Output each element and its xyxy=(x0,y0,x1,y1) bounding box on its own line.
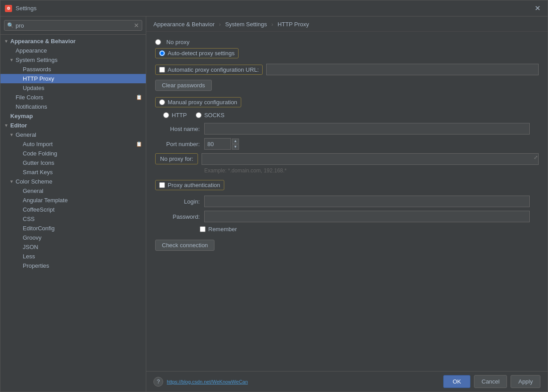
manual-proxy-label: Manual proxy configuration xyxy=(168,99,237,106)
no-proxy-row: No proxy xyxy=(155,39,539,45)
sidebar-item-system-settings[interactable]: ▼ System Settings xyxy=(0,55,146,65)
search-clear-icon[interactable]: ✕ xyxy=(134,22,139,29)
proxy-auth-option[interactable]: Proxy authentication xyxy=(155,180,224,190)
manual-proxy-radio[interactable] xyxy=(159,99,165,105)
bottom-url[interactable]: https://blog.csdn.net/WeKnowWeCan xyxy=(167,379,248,384)
search-icon: 🔍 xyxy=(7,22,14,29)
port-wrap: ▲ ▼ xyxy=(204,138,239,150)
search-input[interactable] xyxy=(16,22,134,29)
sidebar-item-cs-general[interactable]: General xyxy=(0,186,146,196)
socks-radio[interactable] xyxy=(196,112,202,118)
proxy-auth-checkbox[interactable] xyxy=(159,182,165,188)
remember-label[interactable]: Remember xyxy=(208,226,237,233)
breadcrumb: Appearance & Behavior › System Settings … xyxy=(146,16,548,32)
http-option[interactable]: HTTP xyxy=(163,112,187,118)
breadcrumb-sep1: › xyxy=(219,21,221,28)
bottom-bar: ? https://blog.csdn.net/WeKnowWeCan OK C… xyxy=(146,371,548,392)
no-proxy-for-button[interactable]: No proxy for: xyxy=(155,153,198,164)
auto-detect-label: Auto-detect proxy settings xyxy=(168,50,235,57)
expand-icon[interactable]: ⤢ xyxy=(534,155,538,160)
host-name-input[interactable] xyxy=(204,123,530,135)
sidebar-item-keymap[interactable]: Keymap xyxy=(0,111,146,121)
auto-detect-row: Auto-detect proxy settings xyxy=(155,48,539,58)
http-radio[interactable] xyxy=(163,112,169,118)
port-input[interactable] xyxy=(204,138,231,150)
port-label: Port number: xyxy=(155,141,200,147)
sidebar-item-auto-import[interactable]: Auto Import 📋 xyxy=(0,139,146,149)
sidebar: 🔍 ✕ ▼ Appearance & Behavior Appearance ▼ xyxy=(0,16,146,392)
sidebar-item-angular-template[interactable]: Angular Template xyxy=(0,196,146,205)
auto-config-checkbox[interactable] xyxy=(159,67,165,73)
password-input[interactable] xyxy=(204,211,530,222)
auto-config-url-row: Automatic proxy configuration URL: xyxy=(155,64,539,75)
bottom-right: OK Cancel Apply xyxy=(443,375,540,388)
sidebar-item-general[interactable]: ▼ General xyxy=(0,130,146,139)
sidebar-item-http-proxy[interactable]: HTTP Proxy xyxy=(0,74,146,83)
port-increment-button[interactable]: ▲ xyxy=(232,139,239,144)
remember-row: Remember xyxy=(155,226,539,233)
no-proxy-for-row: No proxy for: ⤢ xyxy=(155,153,539,165)
manual-proxy-option[interactable]: Manual proxy configuration xyxy=(155,97,241,107)
badge-icon: 📋 xyxy=(136,141,142,147)
no-proxy-label: No proxy xyxy=(166,39,190,45)
manual-proxy-config-row: Manual proxy configuration xyxy=(155,97,539,107)
help-button[interactable]: ? xyxy=(153,377,163,387)
socks-option[interactable]: SOCKS xyxy=(196,112,225,118)
sidebar-item-notifications[interactable]: Notifications xyxy=(0,102,146,111)
sidebar-item-appearance[interactable]: Appearance xyxy=(0,46,146,55)
sidebar-item-editorconfig[interactable]: EditorConfig xyxy=(0,224,146,233)
host-name-row: Host name: xyxy=(155,123,539,135)
sidebar-item-properties[interactable]: Properties xyxy=(0,261,146,270)
login-label: Login: xyxy=(155,198,200,205)
port-number-row: Port number: ▲ ▼ xyxy=(155,138,539,150)
sidebar-item-coffeescript[interactable]: CoffeeScript xyxy=(0,205,146,214)
auto-config-url-input[interactable] xyxy=(266,64,539,75)
socks-label: SOCKS xyxy=(204,112,225,118)
sidebar-item-groovy[interactable]: Groovy xyxy=(0,233,146,242)
expand-arrow-icon: ▼ xyxy=(4,39,10,44)
sidebar-item-less[interactable]: Less xyxy=(0,252,146,261)
check-connection-button[interactable]: Check connection xyxy=(155,240,214,251)
main-content: 🔍 ✕ ▼ Appearance & Behavior Appearance ▼ xyxy=(0,16,548,392)
sidebar-item-updates[interactable]: Updates xyxy=(0,83,146,93)
settings-content: No proxy Auto-detect proxy settings Auto… xyxy=(146,32,548,371)
auto-config-label-wrap[interactable]: Automatic proxy configuration URL: xyxy=(155,65,263,75)
port-decrement-button[interactable]: ▼ xyxy=(232,144,239,150)
auto-detect-option[interactable]: Auto-detect proxy settings xyxy=(155,48,239,58)
settings-window: ⚙ Settings ✕ 🔍 ✕ ▼ Appearance & Behavior xyxy=(0,0,548,392)
no-proxy-radio[interactable] xyxy=(155,39,161,45)
breadcrumb-sep2: › xyxy=(271,21,273,28)
sidebar-item-css[interactable]: CSS xyxy=(0,214,146,224)
sidebar-item-gutter-icons[interactable]: Gutter Icons xyxy=(0,158,146,167)
sidebar-item-json[interactable]: JSON xyxy=(0,242,146,252)
sidebar-item-editor[interactable]: ▼ Editor xyxy=(0,121,146,130)
ok-button[interactable]: OK xyxy=(443,375,470,388)
search-input-wrap: 🔍 ✕ xyxy=(4,20,142,31)
sidebar-item-smart-keys[interactable]: Smart Keys xyxy=(0,167,146,177)
sidebar-item-code-folding[interactable]: Code Folding xyxy=(0,149,146,158)
sidebar-item-file-colors[interactable]: File Colors 📋 xyxy=(0,93,146,102)
breadcrumb-part3: HTTP Proxy xyxy=(277,21,309,28)
password-label: Password: xyxy=(155,213,200,220)
http-label: HTTP xyxy=(172,112,187,118)
search-box: 🔍 ✕ xyxy=(0,16,146,35)
no-proxy-for-input[interactable] xyxy=(202,153,539,165)
app-icon: ⚙ xyxy=(5,5,12,12)
sidebar-item-passwords[interactable]: Passwords xyxy=(0,65,146,74)
cancel-button[interactable]: Cancel xyxy=(474,375,507,388)
no-proxy-option[interactable]: No proxy xyxy=(155,39,190,45)
auto-config-label: Automatic proxy configuration URL: xyxy=(168,66,259,73)
badge-icon: 📋 xyxy=(136,94,142,100)
remember-checkbox[interactable] xyxy=(200,226,206,232)
sidebar-item-color-scheme[interactable]: ▼ Color Scheme xyxy=(0,177,146,186)
password-row: Password: xyxy=(155,211,539,222)
host-label: Host name: xyxy=(155,126,200,132)
login-input[interactable] xyxy=(204,196,530,207)
apply-button[interactable]: Apply xyxy=(511,375,540,388)
clear-passwords-button[interactable]: Clear passwords xyxy=(155,80,212,91)
sidebar-item-appearance-behavior[interactable]: ▼ Appearance & Behavior xyxy=(0,37,146,46)
right-panel: Appearance & Behavior › System Settings … xyxy=(146,16,548,392)
auto-detect-radio[interactable] xyxy=(159,50,165,56)
proxy-auth-row: Proxy authentication xyxy=(155,180,539,190)
close-button[interactable]: ✕ xyxy=(532,3,543,13)
